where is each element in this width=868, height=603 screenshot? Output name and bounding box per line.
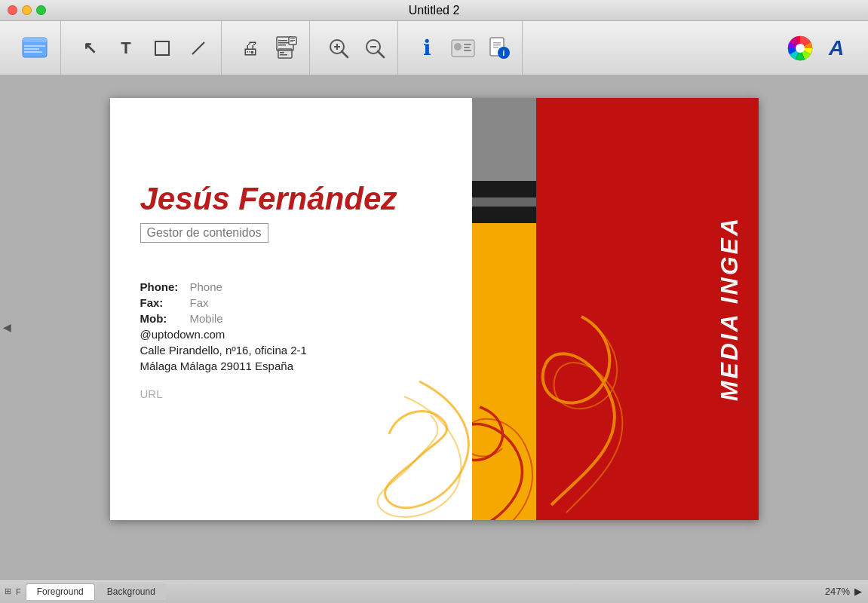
canvas-area[interactable]: ◀ Jesús Fernández Gestor de contenidos P…: [0, 75, 868, 579]
titlebar: Untitled 2: [0, 0, 868, 21]
card-right-panel: Media Ingea: [472, 98, 759, 520]
info-circle-btn[interactable]: ℹ: [410, 32, 443, 65]
svg-rect-10: [280, 54, 287, 56]
phone-label: Phone:: [140, 280, 186, 293]
zoom-arrow-icon[interactable]: ▶: [854, 586, 862, 597]
card-phone-row: Phone: Phone: [140, 280, 449, 293]
line-icon: [189, 39, 207, 57]
svg-rect-31: [493, 42, 501, 44]
card-swirl-decoration: [344, 366, 472, 520]
background-tab[interactable]: Background: [97, 583, 166, 600]
print-btn[interactable]: 🖨: [234, 32, 267, 65]
statusbar: ⊞ F Foreground Background 247% ▶: [0, 579, 868, 603]
toolbar-section-print: 🖨: [228, 21, 310, 75]
font-btn[interactable]: A: [820, 32, 853, 65]
foreground-tab[interactable]: Foreground: [26, 583, 95, 600]
info-doc-icon: i: [487, 36, 511, 60]
card-address1: Calle Pirandello, nº16, oficina 2-1: [140, 344, 449, 357]
svg-rect-27: [464, 44, 471, 45]
svg-rect-5: [155, 41, 169, 55]
card-left-panel: Jesús Fernández Gestor de contenidos Pho…: [110, 98, 472, 520]
info-doc-btn[interactable]: i: [483, 32, 516, 65]
fax-value: Fax: [190, 296, 209, 309]
company-name: Media Ingea: [716, 216, 744, 401]
svg-rect-3: [24, 48, 39, 50]
svg-rect-13: [278, 44, 286, 46]
phone-value: Phone: [190, 280, 222, 293]
svg-point-37: [796, 44, 805, 53]
line-tool-btn[interactable]: [182, 32, 215, 65]
svg-line-23: [378, 51, 384, 57]
gray-thin-band: [472, 197, 536, 207]
black-band-2: [472, 207, 536, 223]
svg-rect-11: [278, 40, 287, 41]
navigator-btn[interactable]: [15, 29, 54, 68]
fax-label: Fax:: [140, 296, 186, 309]
print-preview-icon: [274, 35, 299, 61]
zoom-out-btn[interactable]: [358, 32, 391, 65]
zoom-level: 247%: [825, 586, 850, 597]
mob-label: Mob:: [140, 312, 186, 325]
navigator-icon: [21, 35, 48, 62]
swirl-svg: [344, 366, 472, 520]
card-title-box: Gestor de contenidos: [140, 223, 268, 243]
maximize-button[interactable]: [36, 5, 46, 15]
zoom-out-icon: [363, 37, 386, 60]
card-mob-row: Mob: Mobile: [140, 312, 449, 325]
print-preview-btn[interactable]: [270, 32, 303, 65]
shape-icon: [153, 39, 171, 57]
card-person-name: Jesús Fernández: [140, 181, 449, 217]
svg-text:i: i: [503, 49, 505, 57]
svg-rect-1: [23, 38, 47, 42]
black-band-1: [472, 181, 536, 197]
toolbar-section-zoom: [316, 21, 398, 75]
svg-rect-33: [493, 47, 498, 48]
status-icon: ⊞: [5, 586, 11, 596]
shape-tool-btn[interactable]: [146, 32, 179, 65]
business-card: Jesús Fernández Gestor de contenidos Pho…: [110, 98, 759, 520]
mob-value: Mobile: [190, 312, 223, 325]
svg-rect-2: [24, 45, 45, 47]
svg-line-19: [342, 51, 348, 57]
svg-rect-4: [24, 51, 42, 53]
statusbar-right: 247% ▶: [825, 586, 868, 597]
toolbar-section-info: ℹ i: [404, 21, 523, 75]
id-card-btn[interactable]: [446, 32, 480, 65]
toolbar: ↖ T 🖨: [0, 21, 868, 75]
gray-top-band: [472, 98, 536, 181]
toolbar-section-color: A: [778, 21, 859, 75]
close-button[interactable]: [8, 5, 17, 15]
svg-rect-32: [493, 44, 501, 46]
svg-rect-9: [280, 52, 284, 54]
toolbar-section-nav: [9, 21, 61, 75]
color-wheel-icon: [787, 35, 814, 62]
statusbar-left: ⊞ F Foreground Background: [0, 583, 166, 600]
id-card-icon: [450, 37, 476, 60]
svg-rect-12: [278, 42, 289, 44]
card-email: @uptodown.com: [140, 328, 449, 341]
svg-rect-29: [464, 50, 471, 51]
left-arrow[interactable]: ◀: [3, 321, 11, 333]
text-tool-btn[interactable]: T: [109, 32, 143, 65]
svg-line-6: [192, 42, 204, 54]
svg-rect-28: [464, 47, 470, 48]
orange-strip: [472, 98, 536, 520]
status-f-label: F: [16, 587, 21, 596]
window-controls: [8, 5, 46, 15]
red-panel: Media Ingea: [536, 98, 759, 520]
orange-lower: [472, 223, 536, 520]
toolbar-section-tools: ↖ T: [67, 21, 222, 75]
zoom-in-icon: [327, 37, 350, 60]
svg-rect-16: [290, 40, 295, 41]
zoom-in-btn[interactable]: [322, 32, 355, 65]
pointer-tool-btn[interactable]: ↖: [73, 32, 106, 65]
svg-point-26: [454, 43, 462, 51]
card-contact-info: Phone: Phone Fax: Fax Mob: Mobile @uptod…: [140, 280, 449, 372]
minimize-button[interactable]: [22, 5, 32, 15]
card-fax-row: Fax: Fax: [140, 296, 449, 309]
window-title: Untitled 2: [409, 4, 460, 17]
svg-rect-17: [290, 41, 293, 42]
color-wheel-btn[interactable]: [784, 32, 817, 65]
card-title-text: Gestor de contenidos: [147, 226, 262, 239]
svg-rect-15: [290, 38, 295, 39]
